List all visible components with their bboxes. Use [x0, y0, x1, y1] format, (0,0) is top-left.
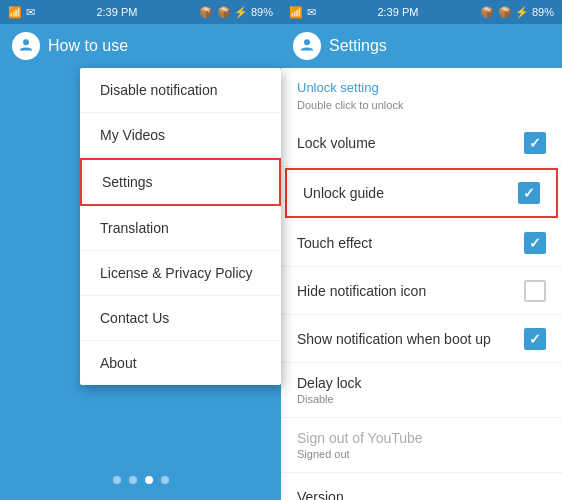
right-status-bar: 📶 ✉ 2:39 PM 📦 📦 ⚡ 89% — [281, 0, 562, 24]
left-header-avatar — [12, 32, 40, 60]
right-message-icon: ✉ — [307, 6, 316, 19]
left-header: How to use — [0, 24, 281, 68]
sign-out-sublabel: Signed out — [297, 448, 423, 460]
menu-item-settings[interactable]: Settings — [80, 158, 281, 206]
touch-effect-checkbox[interactable] — [524, 232, 546, 254]
menu-item-contact-us[interactable]: Contact Us — [80, 296, 281, 341]
menu-item-translation[interactable]: Translation — [80, 206, 281, 251]
unlock-guide-row[interactable]: Unlock guide — [285, 168, 558, 218]
sign-out-row: Sign out of YouTube Signed out — [281, 418, 562, 473]
dot-2 — [129, 476, 137, 484]
version-label: Version — [297, 489, 344, 501]
svg-point-0 — [23, 39, 29, 45]
right-dropbox-icon: 📦 — [480, 6, 494, 19]
unlock-setting-header: Unlock setting — [281, 68, 562, 99]
unlock-guide-checkbox[interactable] — [518, 182, 540, 204]
dot-1 — [113, 476, 121, 484]
dropdown-menu: Disable notification My Videos Settings … — [80, 68, 281, 385]
hide-notification-label: Hide notification icon — [297, 283, 426, 299]
version-row: Version — [281, 473, 562, 500]
touch-effect-label: Touch effect — [297, 235, 372, 251]
unlock-setting-sublabel: Double click to unlock — [281, 99, 562, 119]
dot-4 — [161, 476, 169, 484]
dot-3 — [145, 476, 153, 484]
right-header-avatar — [293, 32, 321, 60]
right-header: Settings — [281, 24, 562, 68]
message-icon: ✉ — [26, 6, 35, 19]
hide-notification-checkbox[interactable] — [524, 280, 546, 302]
left-panel: 📶 ✉ 2:39 PM 📦 📦 ⚡ 89% How to use Disable… — [0, 0, 281, 500]
svg-point-5 — [304, 39, 310, 45]
right-status-right: 📦 📦 ⚡ 89% — [480, 6, 554, 19]
signal-icon: 📶 — [8, 6, 22, 19]
show-notification-boot-row[interactable]: Show notification when boot up — [281, 315, 562, 363]
delay-lock-sublabel: Disable — [297, 393, 362, 405]
left-header-title: How to use — [48, 37, 128, 55]
menu-item-my-videos[interactable]: My Videos — [80, 113, 281, 158]
show-notification-boot-checkbox[interactable] — [524, 328, 546, 350]
right-time: 2:39 PM — [377, 6, 418, 18]
right-status-icons: 📶 ✉ — [289, 6, 316, 19]
touch-effect-row[interactable]: Touch effect — [281, 219, 562, 267]
right-signal-icon: 📶 — [289, 6, 303, 19]
unlock-guide-label: Unlock guide — [303, 185, 384, 201]
settings-content: Unlock setting Double click to unlock Lo… — [281, 68, 562, 500]
menu-item-disable-notification[interactable]: Disable notification — [80, 68, 281, 113]
menu-item-about[interactable]: About — [80, 341, 281, 385]
left-status-right: 📦 📦 ⚡ 89% — [199, 6, 273, 19]
left-time: 2:39 PM — [96, 6, 137, 18]
hide-notification-row[interactable]: Hide notification icon — [281, 267, 562, 315]
delay-lock-label: Delay lock — [297, 375, 362, 391]
lock-volume-row[interactable]: Lock volume — [281, 119, 562, 167]
delay-lock-row[interactable]: Delay lock Disable — [281, 363, 562, 418]
lock-volume-checkbox[interactable] — [524, 132, 546, 154]
battery-icon: 📦 ⚡ 89% — [217, 6, 273, 19]
right-battery-icon: 📦 ⚡ 89% — [498, 6, 554, 19]
left-status-icons: 📶 ✉ — [8, 6, 35, 19]
menu-item-license-privacy[interactable]: License & Privacy Policy — [80, 251, 281, 296]
dropbox-icon: 📦 — [199, 6, 213, 19]
right-panel: 📶 ✉ 2:39 PM 📦 📦 ⚡ 89% Settings Unlock se… — [281, 0, 562, 500]
carousel-dots — [113, 476, 169, 484]
show-notification-boot-label: Show notification when boot up — [297, 331, 491, 347]
sign-out-label: Sign out of YouTube — [297, 430, 423, 446]
lock-volume-label: Lock volume — [297, 135, 376, 151]
right-header-title: Settings — [329, 37, 387, 55]
left-status-bar: 📶 ✉ 2:39 PM 📦 📦 ⚡ 89% — [0, 0, 281, 24]
